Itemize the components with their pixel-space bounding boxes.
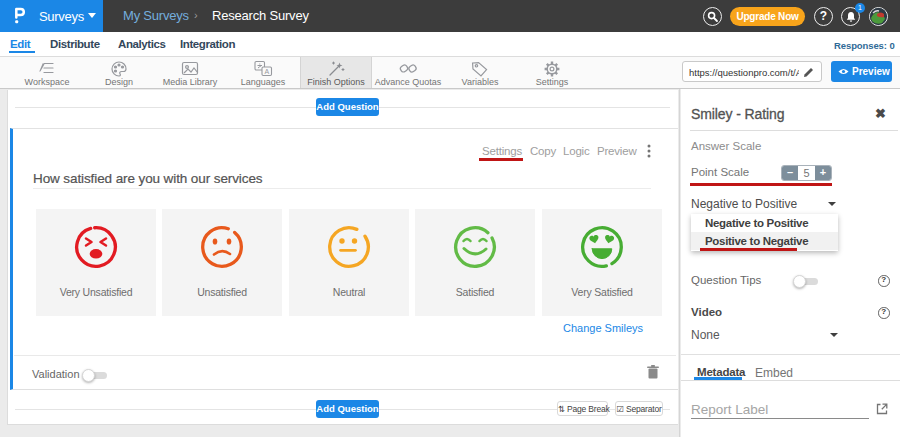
svg-text:A: A <box>265 68 270 75</box>
